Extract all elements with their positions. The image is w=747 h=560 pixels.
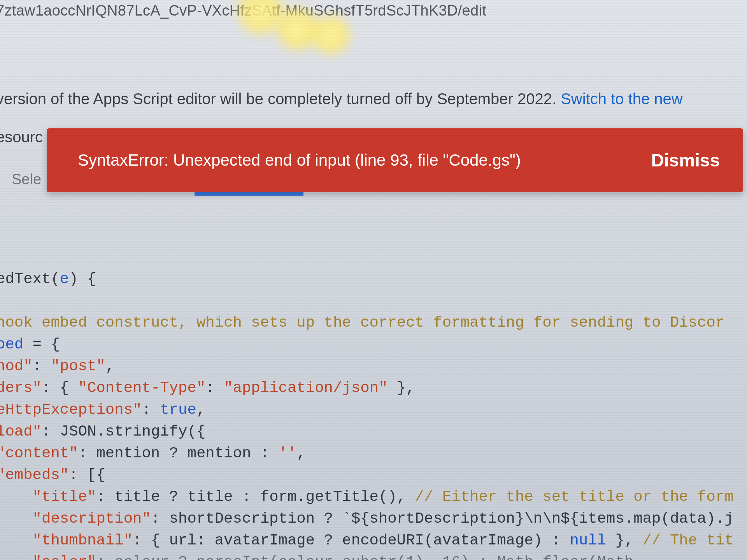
dismiss-button[interactable]: Dismiss xyxy=(651,150,720,171)
code-comment: // The tit xyxy=(643,532,734,549)
code-token: : JSON.stringify({ xyxy=(42,423,205,440)
code-token: , xyxy=(296,445,305,462)
code-token: : shortDescription ? `${shortDescription… xyxy=(151,510,734,527)
code-token: : mention ? mention : xyxy=(78,445,279,462)
code-token: bed xyxy=(0,336,23,353)
url-fragment: 7ztaw1aoccNrIQN87LcA_CvP-VXcHfzSAtf-MkuS… xyxy=(0,2,486,19)
code-token: : xyxy=(205,380,224,397)
code-token: ders" xyxy=(0,380,42,397)
code-token: "post" xyxy=(51,358,105,375)
code-token: e xyxy=(60,271,69,288)
code-token: hod" xyxy=(0,358,33,375)
code-token: : colour ? parseInt(colour.substr(1), 16… xyxy=(96,554,633,560)
code-token: null xyxy=(570,532,606,549)
code-token: "content" xyxy=(0,445,78,462)
code-token: "embeds" xyxy=(0,467,69,484)
code-token: "Content-Type" xyxy=(78,380,206,397)
code-token: load" xyxy=(0,423,42,440)
code-token: }, xyxy=(606,532,643,549)
code-token: : xyxy=(142,401,160,418)
code-token: eHttpExceptions" xyxy=(0,401,142,418)
code-token: "application/json" xyxy=(224,380,388,397)
code-token: , xyxy=(105,358,114,375)
code-token: = { xyxy=(23,336,60,353)
code-token: ) { xyxy=(69,271,96,288)
menu-item-fragment: esourc xyxy=(0,128,43,146)
code-token: "thumbnail" xyxy=(0,532,133,549)
notice-text: version of the Apps Script editor will b… xyxy=(0,90,561,107)
code-token: edText( xyxy=(0,271,60,288)
code-editor-content[interactable]: edText(e) { hook embed construct, which … xyxy=(0,268,747,560)
code-comment: // Either the set title or the form xyxy=(415,488,734,506)
code-token: : { url: avatarImage ? encodeURI(avatarI… xyxy=(133,532,570,549)
error-message: SyntaxError: Unexpected end of input (li… xyxy=(78,151,521,170)
code-token: : [{ xyxy=(69,467,105,484)
code-token: "color" xyxy=(0,554,96,560)
code-token: "title" xyxy=(0,488,96,506)
select-fragment: Sele xyxy=(12,171,41,188)
code-token: : { xyxy=(42,380,78,397)
code-comment: hook embed construct, which sets up the … xyxy=(0,314,724,331)
code-token: : title ? title : form.getTitle(), xyxy=(96,488,415,506)
code-token: "description" xyxy=(0,510,151,527)
deprecation-notice: version of the Apps Script editor will b… xyxy=(0,90,683,108)
code-token: }, xyxy=(388,380,415,397)
code-token: : xyxy=(33,358,51,375)
error-toast: SyntaxError: Unexpected end of input (li… xyxy=(47,128,743,192)
code-token: , xyxy=(196,401,205,418)
code-token: '' xyxy=(279,445,297,462)
code-token: true xyxy=(160,401,196,418)
switch-editor-link[interactable]: Switch to the new xyxy=(561,90,683,107)
